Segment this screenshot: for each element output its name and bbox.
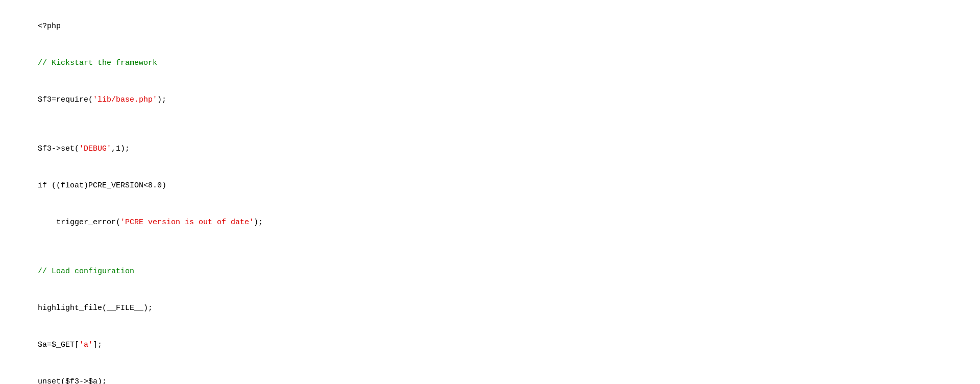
code-text: $f3=require( (38, 95, 93, 104)
code-section: <?php // Kickstart the framework $f3=req… (10, 8, 970, 384)
code-string: 'PCRE version is out of date' (120, 218, 254, 227)
code-line-10: highlight_file(__FILE__); (10, 290, 970, 327)
code-text: $f3->set( (38, 145, 79, 153)
code-line-empty-1 (10, 118, 970, 131)
code-comment: // Kickstart the framework (38, 59, 157, 67)
code-line-12: unset($f3->$a); (10, 364, 970, 384)
code-line-6: if ((float)PCRE_VERSION<8.0) (10, 167, 970, 204)
code-text: if ((float)PCRE_VERSION<8.0) (38, 181, 166, 190)
code-text: trigger_error( (38, 218, 120, 227)
code-line-1: <?php (10, 8, 970, 45)
code-line-9: // Load configuration (10, 253, 970, 290)
code-text: <?php (38, 22, 61, 31)
code-text: unset($f3->$a); (38, 377, 107, 384)
code-comment: // Load configuration (38, 267, 134, 276)
code-string: 'lib/base.php' (93, 95, 157, 104)
code-line-5: $f3->set('DEBUG',1); (10, 131, 970, 167)
code-string: 'DEBUG' (79, 145, 111, 153)
code-line-7: trigger_error('PCRE version is out of da… (10, 204, 970, 241)
code-line-3: $f3=require('lib/base.php'); (10, 82, 970, 118)
code-line-empty-2 (10, 241, 970, 253)
code-text: ]; (93, 341, 102, 349)
code-line-2: // Kickstart the framework (10, 45, 970, 82)
code-text: ); (157, 95, 166, 104)
code-block: <?php // Kickstart the framework $f3=req… (10, 8, 970, 384)
code-text: $a=$_GET[ (38, 341, 79, 349)
code-string: 'a' (79, 341, 93, 349)
code-line-11: $a=$_GET['a']; (10, 327, 970, 364)
code-text: ); (254, 218, 263, 227)
code-text: highlight_file(__FILE__); (38, 304, 153, 313)
code-text: ,1); (111, 145, 130, 153)
